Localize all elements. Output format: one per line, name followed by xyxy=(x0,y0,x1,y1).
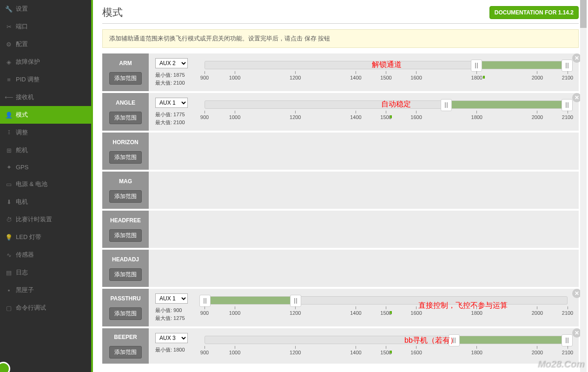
sidebar-item-label: 设置 xyxy=(16,5,28,13)
aux-select[interactable]: AUX 1AUX 2AUX 3AUX 4 xyxy=(155,98,188,108)
mode-body: AUX 1AUX 2AUX 3AUX 4最小值: 1775最大值: 210090… xyxy=(149,93,579,131)
slider-area: 90010001200140015001600180020002100解锁通道 xyxy=(200,58,572,84)
add-range-button[interactable]: 添加范围 xyxy=(109,307,142,320)
slider-track[interactable] xyxy=(205,296,568,305)
sidebar-item-label: 端口 xyxy=(16,22,28,31)
sidebar-item-label: 电源 & 电池 xyxy=(16,180,47,188)
slider-area: 90010001200140015001600180020002100自动稳定 xyxy=(200,98,572,124)
sidebar-item-battery[interactable]: ▭电源 & 电池 xyxy=(0,175,91,193)
sidebar-item-motor[interactable]: ⬇电机 xyxy=(0,193,91,211)
mode-label: ARM添加范围 xyxy=(102,53,149,91)
blackbox-icon: ▪ xyxy=(6,287,12,293)
sidebar-item-gear[interactable]: ⚙配置 xyxy=(0,35,91,53)
sidebar-item-parachute[interactable]: ◈故障保护 xyxy=(0,53,91,71)
sidebar-item-label: 舵机 xyxy=(16,146,28,154)
parachute-icon: ◈ xyxy=(6,59,12,65)
add-range-button[interactable]: 添加范围 xyxy=(109,112,142,124)
slider-track[interactable] xyxy=(205,100,568,109)
mode-row-headadj: HEADADJ添加范围 xyxy=(102,250,579,287)
sidebar-item-user[interactable]: 👤模式 xyxy=(0,106,91,124)
handle-left[interactable] xyxy=(449,334,460,346)
mode-name: HEADADJ xyxy=(112,256,139,263)
add-range-button[interactable]: 添加范围 xyxy=(109,72,142,85)
handle-right[interactable] xyxy=(290,295,301,307)
mode-body xyxy=(149,250,579,287)
sidebar-item-timer[interactable]: ⏱比赛计时装置 xyxy=(0,211,91,228)
mode-label: MAG添加范围 xyxy=(102,172,149,209)
user-icon: 👤 xyxy=(6,112,12,118)
plug-icon: ✂ xyxy=(6,23,12,30)
sidebar-item-label: 比赛计时装置 xyxy=(16,215,52,224)
mode-body xyxy=(149,133,579,170)
sidebar-item-blackbox[interactable]: ▪黑匣子 xyxy=(0,281,91,299)
sidebar-item-label: 配置 xyxy=(16,40,28,48)
gear-icon: ⚙ xyxy=(6,41,12,47)
aux-select[interactable]: AUX 1AUX 2AUX 3AUX 4 xyxy=(155,333,188,343)
sidebar-item-led[interactable]: 💡LED 灯带 xyxy=(0,228,91,246)
sidebar-item-gps[interactable]: ✦GPS xyxy=(0,159,91,175)
mode-row-passthru: PASSTHRU添加范围AUX 1AUX 2AUX 3AUX 4最小值: 900… xyxy=(102,289,579,326)
handle-right[interactable] xyxy=(562,60,573,72)
aux-select[interactable]: AUX 1AUX 2AUX 3AUX 4 xyxy=(155,293,188,304)
sidebar-item-cli[interactable]: ▢命令行调试 xyxy=(0,299,91,317)
handle-right[interactable] xyxy=(562,99,573,111)
mode-body: AUX 1AUX 2AUX 3AUX 4最小值: 1875最大值: 210090… xyxy=(149,53,579,91)
minmax-display: 最小值: 1800 xyxy=(155,346,192,354)
sidebar-item-label: 传感器 xyxy=(16,251,34,259)
mode-body: AUX 1AUX 2AUX 3AUX 4最小值: 180090010001200… xyxy=(149,328,579,364)
slider-track[interactable] xyxy=(205,336,568,344)
notice-banner: 添加辅助通道范围来切换飞行模式或开启关闭功能。设置完毕后，请点击 保存 按钮 xyxy=(102,29,579,48)
mode-row-beeper: BEEPER添加范围AUX 1AUX 2AUX 3AUX 4最小值: 18009… xyxy=(102,328,579,364)
sidebar-item-label: LED 灯带 xyxy=(16,233,41,241)
sidebar-item-log[interactable]: ▤日志 xyxy=(0,264,91,281)
handle-left[interactable] xyxy=(471,60,482,72)
aux-select[interactable]: AUX 1AUX 2AUX 3AUX 4 xyxy=(155,58,188,68)
scrollbar-thumb[interactable] xyxy=(580,0,587,28)
sidebar-item-sensor[interactable]: ∿传感器 xyxy=(0,246,91,264)
slider-track[interactable] xyxy=(205,61,568,69)
add-range-button[interactable]: 添加范围 xyxy=(109,346,142,359)
sidebar-item-tune[interactable]: ⫱调整 xyxy=(0,124,91,141)
sidebar-item-label: 黑匣子 xyxy=(16,286,34,294)
gps-icon: ✦ xyxy=(6,164,12,171)
sidebar-item-label: 故障保护 xyxy=(16,58,40,66)
sidebar-item-sliders[interactable]: ≡PID 调整 xyxy=(0,71,91,88)
header: 模式 DOCUMENTATION FOR 1.14.2 xyxy=(102,6,579,24)
mode-name: MAG xyxy=(119,178,132,185)
mode-name: ARM xyxy=(119,60,132,66)
mode-label: HEADFREE添加范围 xyxy=(102,211,149,248)
sidebar-item-label: 接收机 xyxy=(16,93,34,101)
scrollbar[interactable] xyxy=(580,0,587,372)
sidebar-item-plug[interactable]: ✂端口 xyxy=(0,18,91,35)
range-fill xyxy=(476,61,567,69)
channel-marker xyxy=(390,351,392,353)
cli-icon: ▢ xyxy=(6,305,12,311)
sidebar-item-label: PID 调整 xyxy=(16,75,40,84)
channel-marker xyxy=(483,76,485,79)
mode-row-arm: ARM添加范围AUX 1AUX 2AUX 3AUX 4最小值: 1875最大值:… xyxy=(102,53,579,91)
mode-label: PASSTHRU添加范围 xyxy=(102,289,149,326)
mode-label: HEADADJ添加范围 xyxy=(102,250,149,287)
handle-left[interactable] xyxy=(199,295,211,307)
sidebar-item-wrench[interactable]: 🔧设置 xyxy=(0,0,91,18)
main-content: 模式 DOCUMENTATION FOR 1.14.2 添加辅助通道范围来切换飞… xyxy=(93,0,588,372)
sidebar-item-receiver[interactable]: ⟵接收机 xyxy=(0,88,91,106)
mode-row-headfree: HEADFREE添加范围 xyxy=(102,211,579,248)
add-range-button[interactable]: 添加范围 xyxy=(109,229,142,242)
mode-label: BEEPER添加范围 xyxy=(102,328,149,364)
battery-icon: ▭ xyxy=(6,181,12,187)
mode-name: ANGLE xyxy=(116,100,135,106)
documentation-button[interactable]: DOCUMENTATION FOR 1.14.2 xyxy=(489,6,579,19)
log-icon: ▤ xyxy=(6,269,12,276)
minmax-display: 最小值: 900最大值: 1275 xyxy=(155,306,192,322)
mode-body xyxy=(149,211,579,248)
add-range-button[interactable]: 添加范围 xyxy=(109,151,142,164)
add-range-button[interactable]: 添加范围 xyxy=(109,190,142,203)
handle-right[interactable] xyxy=(562,334,573,346)
sidebar-item-servo[interactable]: ⊞舵机 xyxy=(0,141,91,159)
add-range-button[interactable]: 添加范围 xyxy=(109,268,142,281)
sidebar-item-label: 调整 xyxy=(16,128,28,137)
mode-label: ANGLE添加范围 xyxy=(102,93,149,131)
handle-left[interactable] xyxy=(441,99,452,111)
slider-area: 90010001200140015001600180020002100bb寻机（… xyxy=(200,333,572,359)
